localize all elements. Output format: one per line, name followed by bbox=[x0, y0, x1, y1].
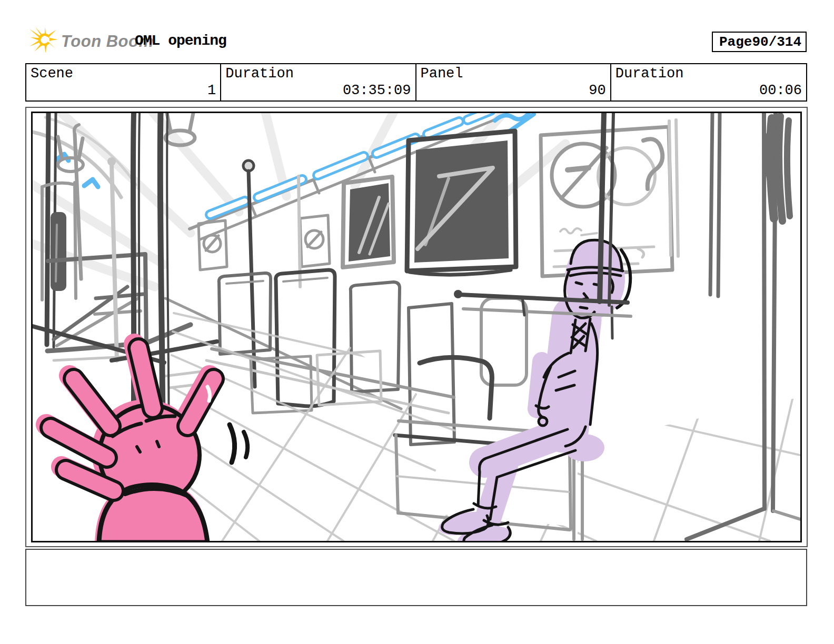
scene-label: Scene bbox=[26, 64, 220, 82]
storyboard-panel-outer bbox=[25, 107, 808, 547]
panel-value: 90 bbox=[416, 83, 610, 100]
page-label: Page bbox=[719, 34, 752, 50]
storyboard-export-page: { "header": { "logo_text": "Toon Boom", … bbox=[0, 0, 834, 644]
scene-duration-value: 03:35:09 bbox=[221, 83, 415, 100]
toonboom-starburst-icon bbox=[29, 25, 58, 57]
motion-lines bbox=[230, 425, 247, 462]
pink-character bbox=[51, 348, 247, 541]
project-title: OML opening bbox=[135, 33, 226, 49]
panel-duration-label: Duration bbox=[611, 64, 806, 82]
wall-posters bbox=[198, 215, 330, 270]
storyboard-drawing bbox=[33, 113, 800, 541]
panel-duration-value: 00:06 bbox=[611, 83, 806, 100]
panel-label: Panel bbox=[416, 64, 610, 82]
scene-duration-cell: Duration 03:35:09 bbox=[221, 64, 416, 100]
scene-duration-label: Duration bbox=[221, 64, 415, 82]
page-value: 90/314 bbox=[752, 34, 801, 50]
scene-cell: Scene 1 bbox=[26, 64, 221, 100]
page-number-box: Page 90/314 bbox=[712, 32, 807, 52]
panel-info-table: Scene 1 Duration 03:35:09 Panel 90 Durat… bbox=[25, 63, 807, 102]
panel-cell: Panel 90 bbox=[416, 64, 611, 100]
right-door-frame bbox=[669, 113, 800, 539]
scene-value: 1 bbox=[26, 83, 220, 100]
storyboard-panel-frame bbox=[31, 112, 802, 542]
panel-duration-cell: Duration 00:06 bbox=[611, 64, 806, 100]
panel-caption-box bbox=[25, 549, 807, 606]
